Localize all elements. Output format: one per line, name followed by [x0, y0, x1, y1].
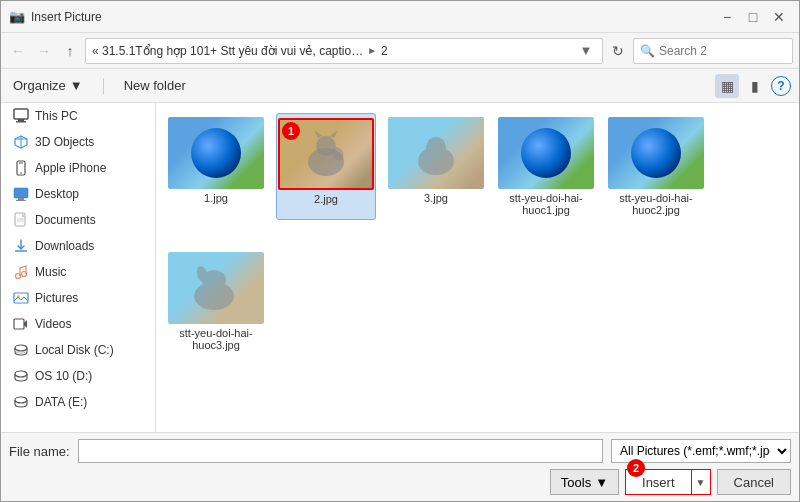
- sidebar-item-3d-label: 3D Objects: [35, 135, 94, 149]
- video-icon: [13, 316, 29, 332]
- disk-d-icon: [13, 368, 29, 384]
- forward-button[interactable]: →: [33, 40, 55, 62]
- sidebar-item-data-e[interactable]: DATA (E:): [1, 389, 155, 415]
- picture-icon: [13, 290, 29, 306]
- sidebar-item-apple-iphone[interactable]: Apple iPhone: [1, 155, 155, 181]
- phone-icon: [13, 160, 29, 176]
- file-thumbnail-3jpg: [388, 117, 484, 189]
- desktop-icon: [13, 186, 29, 202]
- refresh-button[interactable]: ↻: [607, 40, 629, 62]
- file-thumbnail-1jpg: [168, 117, 264, 189]
- sidebar-item-this-pc-label: This PC: [35, 109, 78, 123]
- file-label-stt1: stt-yeu-doi-hai-huoc1.jpg: [500, 192, 592, 216]
- svg-point-7: [20, 172, 22, 174]
- dog-silhouette: [176, 258, 256, 318]
- search-box[interactable]: 🔍: [633, 38, 793, 64]
- file-item-stt1[interactable]: stt-yeu-doi-hai-huoc1.jpg: [496, 113, 596, 220]
- address-path: « 31.5.1Tổng hợp 101+ Stt yêu đời vui vẻ…: [92, 44, 363, 58]
- insert-badge-2: 2: [627, 459, 645, 477]
- sidebar-item-pictures-label: Pictures: [35, 291, 78, 305]
- svg-rect-18: [14, 293, 28, 303]
- maximize-button[interactable]: □: [741, 7, 765, 27]
- back-button[interactable]: ←: [7, 40, 29, 62]
- svg-marker-27: [314, 130, 322, 138]
- file-area: 1.jpg 1: [156, 103, 799, 432]
- sidebar-item-desktop[interactable]: Desktop: [1, 181, 155, 207]
- file-item-stt3-row2[interactable]: stt-yeu-doi-hai-huoc3.jpg: [166, 248, 266, 355]
- view-list-button[interactable]: ▮: [743, 74, 767, 98]
- sidebar-item-this-pc[interactable]: This PC: [1, 103, 155, 129]
- svg-point-23: [15, 371, 27, 377]
- new-folder-button[interactable]: New folder: [120, 76, 190, 95]
- view-buttons: ▦ ▮ ?: [715, 74, 791, 98]
- view-large-icons-button[interactable]: ▦: [715, 74, 739, 98]
- address-bar[interactable]: « 31.5.1Tổng hợp 101+ Stt yêu đời vui vẻ…: [85, 38, 603, 64]
- tools-button[interactable]: Tools ▼: [550, 469, 619, 495]
- file-item-1jpg[interactable]: 1.jpg: [166, 113, 266, 220]
- sidebar-item-downloads[interactable]: Downloads: [1, 233, 155, 259]
- download-icon: [13, 238, 29, 254]
- organize-button[interactable]: Organize ▼: [9, 76, 87, 95]
- filename-label: File name:: [9, 444, 70, 459]
- blue-ball-image: [191, 128, 241, 178]
- cat2-silhouette: [396, 123, 476, 183]
- search-input[interactable]: [659, 44, 800, 58]
- disk-e-icon: [13, 394, 29, 410]
- sidebar-item-downloads-label: Downloads: [35, 239, 94, 253]
- title-bar-left: 📷 Insert Picture: [9, 9, 102, 25]
- address-dropdown-button[interactable]: ▼: [576, 43, 596, 58]
- sidebar-item-music[interactable]: Music: [1, 259, 155, 285]
- svg-rect-20: [14, 319, 24, 329]
- blue-ball3-image: [631, 128, 681, 178]
- svg-rect-0: [14, 109, 28, 119]
- window-title: Insert Picture: [31, 10, 102, 24]
- file-thumbnail-2jpg: 1: [278, 118, 374, 190]
- file-thumbnail-stt2: [608, 117, 704, 189]
- search-icon: 🔍: [640, 44, 655, 58]
- address-content: « 31.5.1Tổng hợp 101+ Stt yêu đời vui vẻ…: [92, 44, 576, 58]
- help-button[interactable]: ?: [771, 76, 791, 96]
- sidebar-item-disk-c-label: Local Disk (C:): [35, 343, 114, 357]
- sidebar-item-3d-objects[interactable]: 3D Objects: [1, 129, 155, 155]
- sidebar-item-desktop-label: Desktop: [35, 187, 79, 201]
- file-thumbnail-stt3: [168, 252, 264, 324]
- minimize-button[interactable]: −: [715, 7, 739, 27]
- sidebar-item-pictures[interactable]: Pictures: [1, 285, 155, 311]
- sidebar-inner: This PC 3D Objects Apple iPhone: [1, 103, 155, 432]
- action-bar: Organize ▼ New folder ▦ ▮ ?: [1, 69, 799, 103]
- file-label-2jpg: 2.jpg: [314, 193, 338, 205]
- file-grid: 1.jpg 1: [166, 113, 789, 248]
- file-label-stt2: stt-yeu-doi-hai-huoc2.jpg: [610, 192, 702, 216]
- tools-dropdown-icon: ▼: [595, 475, 608, 490]
- file-item-stt2[interactable]: stt-yeu-doi-hai-huoc2.jpg: [606, 113, 706, 220]
- filename-row: File name: All Pictures (*.emf;*.wmf;*.j…: [9, 439, 791, 463]
- svg-rect-10: [18, 198, 24, 200]
- sidebar-item-os10-d[interactable]: OS 10 (D:): [1, 363, 155, 389]
- bottom-bar: File name: All Pictures (*.emf;*.wmf;*.j…: [1, 432, 799, 501]
- address-chevron-icon: ►: [367, 45, 377, 56]
- music-icon: [13, 264, 29, 280]
- file-label-stt3: stt-yeu-doi-hai-huoc3.jpg: [170, 327, 262, 351]
- file-item-2jpg[interactable]: 1 2.jpg: [276, 113, 376, 220]
- file-label-3jpg: 3.jpg: [424, 192, 448, 204]
- svg-point-31: [426, 137, 446, 157]
- sidebar-item-data-e-label: DATA (E:): [35, 395, 87, 409]
- svg-rect-2: [16, 121, 26, 123]
- up-button[interactable]: ↑: [59, 40, 81, 62]
- sidebar-item-local-disk-c[interactable]: Local Disk (C:): [1, 337, 155, 363]
- sidebar-item-documents[interactable]: Documents: [1, 207, 155, 233]
- sidebar-item-iphone-label: Apple iPhone: [35, 161, 106, 175]
- svg-rect-1: [18, 119, 24, 121]
- cancel-button[interactable]: Cancel: [717, 469, 791, 495]
- filename-input[interactable]: [78, 439, 603, 463]
- file-item-stt3[interactable]: [166, 240, 789, 248]
- doc-icon: [13, 212, 29, 228]
- close-button[interactable]: ✕: [767, 7, 791, 27]
- svg-rect-11: [16, 200, 26, 201]
- address-current: 2: [381, 44, 388, 58]
- insert-dropdown-button[interactable]: ▼: [691, 469, 711, 495]
- file-item-3jpg[interactable]: 3.jpg: [386, 113, 486, 220]
- sidebar-item-videos[interactable]: Videos: [1, 311, 155, 337]
- action-divider: [103, 78, 104, 94]
- monitor-icon: [13, 108, 29, 124]
